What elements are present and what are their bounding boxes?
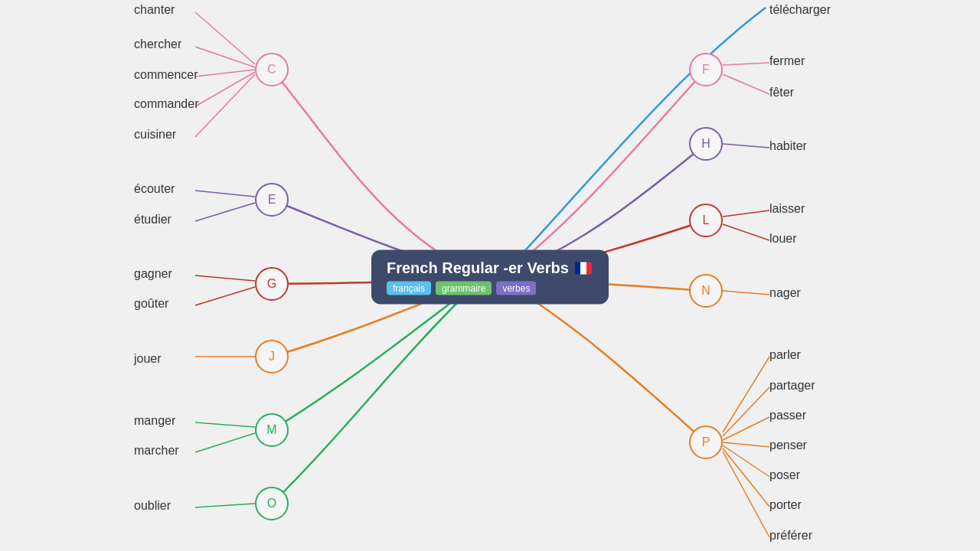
word-feter: fêter xyxy=(769,86,794,99)
svg-line-12 xyxy=(195,504,255,507)
svg-line-14 xyxy=(723,74,769,94)
word-laisser: laisser xyxy=(769,202,805,216)
word-gouter: goûter xyxy=(134,297,168,311)
word-etudier: étudier xyxy=(134,213,172,227)
center-title: French Regular -er Verbs xyxy=(387,259,569,277)
word-penser: penser xyxy=(769,439,807,452)
word-passer: passer xyxy=(769,409,806,422)
word-jouer: jouer xyxy=(134,352,162,366)
svg-line-25 xyxy=(723,452,769,537)
letter-node-F[interactable]: F xyxy=(689,53,723,86)
word-parler: parler xyxy=(769,348,801,362)
svg-line-11 xyxy=(195,433,255,452)
svg-line-16 xyxy=(723,210,769,217)
svg-line-15 xyxy=(723,144,769,148)
letter-node-O[interactable]: O xyxy=(255,487,289,520)
letter-node-G[interactable]: G xyxy=(255,267,289,301)
svg-line-24 xyxy=(723,448,769,507)
word-commencer: commencer xyxy=(134,68,198,82)
letter-node-P[interactable]: P xyxy=(689,425,723,459)
word-manger: manger xyxy=(134,414,175,428)
svg-line-8 xyxy=(195,287,255,305)
word-cuisiner: cuisiner xyxy=(134,128,176,142)
tag-francais[interactable]: français xyxy=(387,282,431,295)
word-telecharger: télécharger xyxy=(769,3,831,17)
svg-line-21 xyxy=(723,417,769,440)
letter-node-L[interactable]: L xyxy=(689,204,723,237)
tag-verbes[interactable]: verbes xyxy=(496,282,536,295)
svg-line-22 xyxy=(723,442,769,447)
word-commander: commander xyxy=(134,97,198,111)
svg-line-10 xyxy=(195,422,255,427)
letter-node-C[interactable]: C xyxy=(255,53,289,86)
word-habiter: habiter xyxy=(769,139,807,153)
word-partager: partager xyxy=(769,379,815,393)
svg-line-0 xyxy=(195,12,255,64)
word-marcher: marcher xyxy=(134,444,179,458)
svg-line-4 xyxy=(195,74,255,137)
letter-node-E[interactable]: E xyxy=(255,183,289,217)
svg-line-13 xyxy=(723,63,769,65)
letter-node-J[interactable]: J xyxy=(255,340,289,373)
word-fermer: fermer xyxy=(769,54,805,68)
svg-line-7 xyxy=(195,276,255,281)
tag-grammaire[interactable]: grammaire xyxy=(436,282,492,295)
word-ecouter: écouter xyxy=(134,182,175,196)
svg-line-18 xyxy=(723,291,769,295)
svg-line-3 xyxy=(195,72,255,106)
svg-line-2 xyxy=(195,70,255,77)
svg-line-5 xyxy=(195,191,255,197)
word-louer: louer xyxy=(769,232,797,246)
svg-line-20 xyxy=(723,387,769,436)
svg-line-17 xyxy=(723,224,769,240)
svg-line-23 xyxy=(723,445,769,477)
letter-node-N[interactable]: N xyxy=(689,274,723,308)
letter-node-H[interactable]: H xyxy=(689,127,723,161)
svg-line-19 xyxy=(723,357,769,432)
letter-node-M[interactable]: M xyxy=(255,413,289,447)
word-chanter: chanter xyxy=(134,3,175,17)
center-node[interactable]: French Regular -er Verbs français gramma… xyxy=(371,250,609,305)
svg-line-1 xyxy=(195,47,255,67)
word-chercher: chercher xyxy=(134,37,181,51)
word-preferer: préférer xyxy=(769,529,812,543)
word-poser: poser xyxy=(769,468,800,482)
word-oublier: oublier xyxy=(134,499,171,513)
word-gagner: gagner xyxy=(134,267,172,281)
france-flag-icon xyxy=(575,262,592,274)
word-nager: nager xyxy=(769,286,801,300)
svg-line-6 xyxy=(195,203,255,221)
word-porter: porter xyxy=(769,498,802,512)
